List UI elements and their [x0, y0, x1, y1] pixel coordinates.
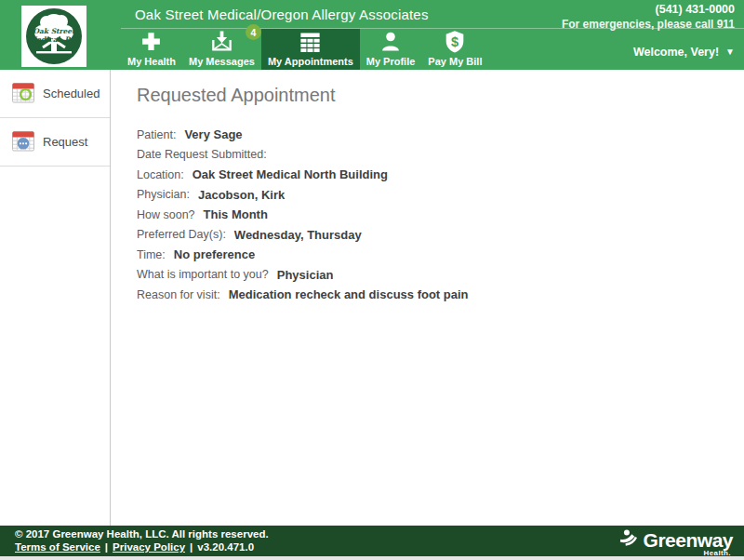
- field-label: Time:: [137, 248, 166, 261]
- separator: |: [190, 541, 193, 553]
- header: Oak Street Medical, P.C. Oak Street Medi…: [0, 0, 744, 70]
- tab-label: My Appointments: [268, 56, 353, 67]
- field-label: Patient:: [137, 128, 176, 141]
- sidebar-item-scheduled[interactable]: Scheduled: [0, 70, 110, 118]
- field-value: Physician: [277, 268, 334, 282]
- field-reason: Reason for visit: Medication recheck and…: [137, 285, 744, 305]
- field-patient: Patient: Very Sage: [137, 125, 744, 145]
- sidebar-item-request[interactable]: Request: [0, 118, 110, 167]
- sidebar: Scheduled Request: [0, 70, 111, 526]
- field-label: Physician:: [137, 188, 190, 201]
- clinic-phone: (541) 431-0000: [656, 3, 735, 16]
- sidebar-item-label: Scheduled: [43, 87, 100, 100]
- field-value: Oak Street Medical North Building: [193, 167, 388, 181]
- tab-label: My Profile: [366, 56, 416, 67]
- field-important: What is important to you? Physician: [137, 265, 744, 286]
- footer: © 2017 Greenway Health, LLC. All rights …: [0, 526, 744, 556]
- field-preferred-days: Preferred Day(s): Wednesday, Thursday: [137, 225, 744, 246]
- plus-icon: [139, 29, 164, 54]
- tab-label: My Health: [127, 56, 176, 67]
- field-value: Very Sage: [184, 127, 242, 141]
- main-content: Requested Appointment Patient: Very Sage…: [112, 70, 744, 526]
- chevron-down-icon: ▼: [725, 47, 735, 57]
- privacy-policy-link[interactable]: Privacy Policy: [113, 541, 185, 553]
- inbox-arrow-icon: [209, 29, 234, 54]
- dollar-shield-icon: $: [443, 29, 467, 54]
- field-time: Time: No preference: [137, 245, 744, 265]
- page-title: Requested Appointment: [137, 85, 744, 106]
- field-location: Location: Oak Street Medical North Build…: [137, 165, 744, 185]
- welcome-text: Welcome, Very!: [633, 46, 719, 59]
- tab-my-messages[interactable]: 4 My Messages: [182, 29, 261, 70]
- tab-label: My Messages: [189, 56, 255, 67]
- calendar-clock-icon: [11, 80, 35, 108]
- copyright-text: © 2017 Greenway Health, LLC. All rights …: [15, 528, 269, 540]
- main-nav: My Health 4 My Messages: [121, 29, 488, 70]
- version-text: v3.20.471.0: [197, 541, 254, 553]
- clinic-logo[interactable]: Oak Street Medical, P.C.: [21, 6, 86, 67]
- separator: |: [105, 541, 108, 553]
- terms-of-service-link[interactable]: Terms of Service: [15, 541, 100, 553]
- greenway-wordmark: Greenway: [644, 530, 733, 550]
- footer-links: Terms of Service | Privacy Policy | v3.2…: [15, 541, 254, 553]
- window-edge: [0, 556, 744, 560]
- field-physician: Physician: Jacobson, Kirk: [137, 185, 744, 206]
- tab-pay-my-bill[interactable]: $ Pay My Bill: [421, 29, 488, 70]
- patient-portal-page: Oak Street Medical, P.C. Oak Street Medi…: [0, 0, 744, 560]
- clinic-logo-text: Oak Street Medical, P.C.: [26, 27, 82, 45]
- greenway-logo: Greenway Health.: [619, 528, 733, 557]
- field-value: No preference: [174, 247, 255, 261]
- field-label: Reason for visit:: [137, 288, 220, 301]
- field-value: This Month: [204, 207, 268, 221]
- sidebar-item-label: Request: [43, 135, 87, 149]
- field-value: Wednesday, Thursday: [234, 228, 362, 242]
- field-date-submitted: Date Request Submitted:: [137, 145, 744, 166]
- clinic-title: Oak Street Medical/Oregon Allergy Associ…: [135, 7, 429, 22]
- user-menu[interactable]: Welcome, Very! ▼: [633, 46, 735, 59]
- tab-my-profile[interactable]: My Profile: [360, 29, 422, 70]
- messages-count-badge: 4: [246, 24, 261, 40]
- field-value: Medication recheck and discuss foot pain: [229, 287, 469, 301]
- calendar-ellipsis-icon: [11, 128, 35, 156]
- tab-my-appointments[interactable]: My Appointments: [261, 29, 360, 70]
- field-how-soon: How soon? This Month: [137, 205, 744, 225]
- field-label: What is important to you?: [137, 268, 269, 281]
- field-label: How soon?: [137, 208, 195, 221]
- appointment-details: Patient: Very Sage Date Request Submitte…: [137, 125, 744, 305]
- tab-label: Pay My Bill: [428, 56, 482, 67]
- svg-text:$: $: [451, 33, 458, 48]
- clinic-logo-circle: Oak Street Medical, P.C.: [26, 8, 82, 64]
- field-value: Jacobson, Kirk: [198, 188, 285, 202]
- field-label: Preferred Day(s):: [137, 228, 226, 241]
- greenway-mark-icon: [619, 528, 643, 551]
- calendar-grid-icon: [297, 29, 324, 54]
- field-label: Date Request Submitted:: [137, 148, 267, 161]
- person-icon: [379, 29, 403, 54]
- field-label: Location:: [137, 168, 184, 181]
- tab-my-health[interactable]: My Health: [121, 29, 182, 70]
